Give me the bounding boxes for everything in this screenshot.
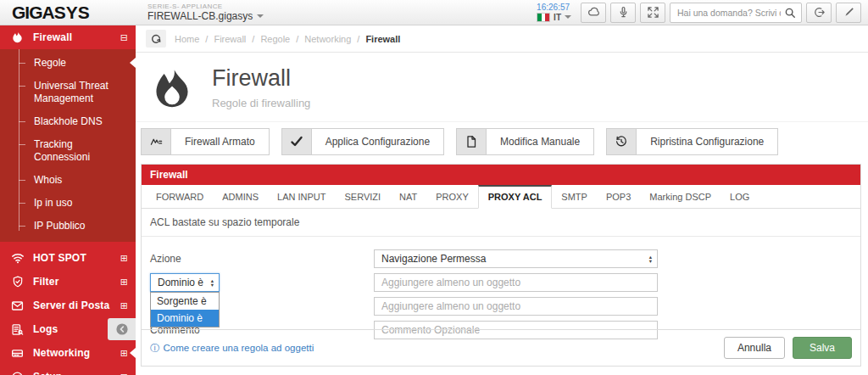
chevron-left-circle-icon	[115, 322, 129, 336]
appliance-name-label: FIREWALL-CB.gigasys	[147, 10, 264, 22]
topbar: GIGASYS SERIE-S- APPLIANCE FIREWALL-CB.g…	[0, 0, 868, 25]
sidebar-item-label: Filter	[33, 276, 120, 288]
action-label: Azione	[150, 249, 374, 268]
logout-button[interactable]	[806, 3, 832, 23]
sidebar-item-networking[interactable]: Networking ⊞	[0, 341, 136, 365]
toolbar-button-label: Ripristina Configurazione	[637, 128, 778, 155]
tab-admins[interactable]: ADMINS	[213, 185, 268, 208]
pen-icon	[843, 6, 855, 19]
appliance-selector[interactable]: SERIE-S- APPLIANCE FIREWALL-CB.gigasys	[147, 3, 264, 23]
dropdown-option-dominio[interactable]: Dominio è	[151, 310, 219, 327]
criteria-select-value: Dominio è	[158, 277, 203, 288]
collapse-box-icon[interactable]: ⊟	[120, 32, 128, 43]
breadcrumb-separator: /	[357, 34, 359, 44]
microphone-button[interactable]	[610, 3, 636, 23]
panel-header: Firewall	[142, 165, 860, 185]
breadcrumb-bar: Home / Firewall / Regole / Networking / …	[136, 25, 868, 53]
tab-log[interactable]: LOG	[721, 185, 759, 208]
sidebar-item-filter[interactable]: Filter ⊞	[0, 270, 136, 294]
network-device-icon	[10, 347, 25, 360]
breadcrumb-firewall[interactable]: Firewall	[214, 34, 246, 44]
submenu-item-tracking-connessioni[interactable]: Tracking Connessioni	[0, 133, 136, 169]
action-select[interactable]: Navigazione Permessa ▴▾	[374, 249, 658, 268]
submenu-item-regole[interactable]: Regole	[0, 52, 136, 75]
chevron-down-icon	[565, 15, 571, 19]
help-search	[670, 3, 802, 23]
sidebar-item-server-di-posta[interactable]: Server di Posta ⊞	[0, 294, 136, 317]
tab-bar: FORWARD ADMINS LAN INPUT SERVIZI NAT PRO…	[142, 185, 860, 209]
tab-pop3[interactable]: POP3	[597, 185, 640, 208]
refresh-button[interactable]	[146, 30, 166, 48]
submenu-item-blackhole-dns[interactable]: Blackhole DNS	[0, 110, 136, 133]
applica-configurazione-button[interactable]: Applica Configurazione	[281, 128, 444, 155]
toolbar-button-label: Applica Configurazione	[312, 128, 444, 155]
info-icon: ⓘ	[150, 342, 160, 355]
fullscreen-icon	[647, 6, 659, 19]
tab-proxy-acl[interactable]: PROXY ACL	[478, 185, 553, 209]
sidebar-item-firewall[interactable]: Firewall ⊟	[0, 25, 136, 49]
breadcrumb-regole[interactable]: Regole	[260, 34, 290, 44]
sidebar-item-setup[interactable]: Setup ⊞	[0, 365, 136, 375]
tab-lan-input[interactable]: LAN INPUT	[268, 185, 335, 208]
stepper-icon: ▴▾	[649, 255, 652, 263]
tab-smtp[interactable]: SMTP	[552, 185, 597, 208]
submenu-item-ip-in-uso[interactable]: Ip in uso	[0, 192, 136, 215]
setup-icon	[10, 371, 25, 375]
tab-forward[interactable]: FORWARD	[147, 185, 213, 208]
submenu-item-utm[interactable]: Universal Threat Management	[0, 75, 136, 110]
pen-button[interactable]	[836, 3, 861, 23]
breadcrumb-home[interactable]: Home	[175, 34, 199, 44]
sidebar: Firewall ⊟ Regole Universal Threat Manag…	[0, 25, 136, 375]
submenu-item-ip-pubblico[interactable]: IP Pubblico	[0, 215, 136, 238]
fullscreen-button[interactable]	[640, 3, 665, 23]
active-page-marker	[130, 348, 136, 358]
content: Home / Firewall / Regole / Networking / …	[136, 25, 868, 375]
submenu-item-whois[interactable]: Whois	[0, 169, 136, 192]
ripristina-configurazione-button[interactable]: Ripristina Configurazione	[606, 128, 778, 155]
cancel-button[interactable]: Annulla	[724, 337, 785, 359]
italy-flag-icon	[537, 13, 550, 22]
criteria-dropdown: Sorgente è Dominio è	[150, 292, 220, 327]
check-icon	[281, 128, 312, 155]
expand-box-icon[interactable]: ⊞	[120, 372, 128, 375]
microphone-icon	[617, 6, 630, 19]
shield-check-icon	[10, 276, 25, 288]
firewall-panel: Firewall FORWARD ADMINS LAN INPUT SERVIZ…	[141, 164, 861, 367]
expand-box-icon[interactable]: ⊞	[120, 253, 128, 264]
save-button[interactable]: Salva	[793, 337, 852, 359]
sidebar-collapse-button[interactable]	[108, 318, 136, 340]
chevron-down-icon	[257, 14, 264, 18]
tab-proxy[interactable]: PROXY	[426, 185, 478, 208]
stepper-icon: ▴▾	[211, 278, 214, 287]
toolbar-button-label: Firewall Armato	[171, 128, 270, 155]
expand-box-icon[interactable]: ⊞	[120, 277, 128, 288]
refresh-icon	[150, 33, 162, 45]
expand-box-icon[interactable]: ⊞	[120, 348, 128, 359]
search-icon[interactable]	[784, 7, 796, 19]
expand-box-icon[interactable]: ⊞	[120, 300, 128, 311]
brand-logo[interactable]: GIGASYS	[0, 3, 136, 23]
search-input[interactable]	[677, 8, 781, 18]
firewall-armato-button[interactable]: Firewall Armato	[141, 128, 270, 155]
dropdown-option-sorgente[interactable]: Sorgente è	[151, 293, 219, 310]
language-selector[interactable]: IT	[537, 13, 571, 23]
breadcrumb-separator: /	[252, 34, 254, 44]
modifica-manuale-button[interactable]: Modifica Manuale	[456, 128, 594, 155]
page-title: Firewall	[212, 65, 310, 92]
restore-clock-icon	[606, 128, 637, 155]
breadcrumb-networking[interactable]: Networking	[304, 34, 351, 44]
logout-icon	[813, 6, 826, 19]
envelope-icon	[10, 299, 25, 312]
criteria-select[interactable]: Dominio è ▴▾	[150, 273, 220, 292]
sidebar-item-hotspot[interactable]: HOT SPOT ⊞	[0, 246, 136, 270]
main-layout: Firewall ⊟ Regole Universal Threat Manag…	[0, 25, 868, 375]
objects-input-1[interactable]	[374, 273, 658, 292]
tab-marking-dscp[interactable]: Marking DSCP	[640, 185, 721, 208]
tab-servizi[interactable]: SERVIZI	[335, 185, 390, 208]
cloud-button[interactable]	[581, 3, 606, 23]
action-select-value: Navigazione Permessa	[381, 253, 486, 265]
tab-nat[interactable]: NAT	[390, 185, 426, 208]
objects-input-2[interactable]	[374, 297, 658, 316]
help-link[interactable]: ⓘ Come creare una regola ad oggetti	[150, 342, 314, 355]
toolbar: Firewall Armato Applica Configurazione M…	[136, 122, 868, 163]
